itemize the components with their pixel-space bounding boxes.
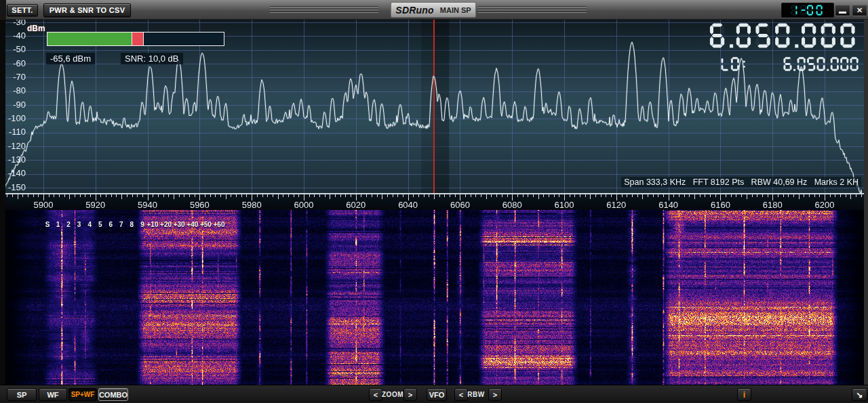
meter-scale-label: +50 bbox=[200, 221, 212, 228]
minimize-icon bbox=[839, 12, 846, 14]
rbw-increase-button[interactable]: > bbox=[488, 388, 502, 401]
meter-scale-label: 1 bbox=[56, 221, 60, 228]
meter-scale-label: 2 bbox=[66, 221, 71, 228]
meter-scale-label: 9 bbox=[140, 221, 144, 228]
sp-wf-view-button[interactable]: SP+WF bbox=[68, 388, 97, 401]
rbw-decrease-button[interactable]: < bbox=[454, 388, 468, 401]
meter-scale-label: +60 bbox=[214, 221, 225, 228]
tuned-frequency-display[interactable] bbox=[709, 23, 860, 51]
vfo-button[interactable]: VFO bbox=[427, 388, 447, 401]
meter-scale-label: 7 bbox=[119, 221, 123, 228]
dbm-axis-unit-label: dBm bbox=[27, 24, 45, 33]
s-meter-red-segment bbox=[132, 33, 144, 45]
zoom-label: ZOOM bbox=[382, 391, 403, 398]
lo-frequency-display[interactable] bbox=[783, 57, 860, 74]
spectrum-panel: dBm S123456789+10+20+30+40+50+60 -65,6 d… bbox=[0, 19, 868, 193]
minimize-button[interactable] bbox=[835, 5, 850, 16]
span-fft-rbw-info: Span 333,3 KHz FFT 8192 Pts RBW 40,69 Hz… bbox=[621, 177, 861, 188]
panel-title: MAIN SP bbox=[440, 6, 471, 14]
settings-button[interactable]: SETT. bbox=[7, 4, 38, 16]
meter-scale-label: +20 bbox=[160, 221, 172, 228]
pwr-snr-to-csv-button[interactable]: PWR & SNR TO CSV bbox=[43, 3, 131, 17]
titlebar-groove-left bbox=[270, 6, 378, 14]
frequency-scale-strip[interactable] bbox=[0, 193, 868, 210]
sp-view-button[interactable]: SP bbox=[7, 388, 37, 401]
clock-display bbox=[781, 3, 834, 18]
power-readout: -65,6 dBm bbox=[46, 53, 95, 64]
waterfall-panel bbox=[0, 210, 868, 385]
app-brand: SDRuno bbox=[395, 5, 433, 16]
sdruno-main-sp-window: SETT. PWR & SNR TO CSV SDRuno MAIN SP ✕ … bbox=[0, 0, 868, 403]
title-plate[interactable]: SDRuno MAIN SP bbox=[391, 2, 476, 18]
close-button[interactable]: ✕ bbox=[852, 5, 867, 16]
meter-scale-label: +40 bbox=[186, 221, 198, 228]
close-icon: ✕ bbox=[856, 6, 863, 15]
resize-button[interactable]: ↘ bbox=[852, 388, 867, 401]
wf-view-button[interactable]: WF bbox=[39, 388, 67, 401]
s-meter-bar bbox=[47, 32, 224, 46]
meter-scale-label: +10 bbox=[147, 221, 159, 228]
meter-scale-label: +30 bbox=[174, 221, 185, 228]
resize-arrow-icon: ↘ bbox=[856, 390, 863, 400]
zoom-out-button[interactable]: < bbox=[369, 388, 382, 401]
meter-scale-label: 3 bbox=[77, 221, 81, 228]
titlebar-groove-right bbox=[478, 6, 587, 14]
bottom-toolbar: SP WF SP+WF COMBO < ZOOM > VFO < RBW > i… bbox=[0, 385, 868, 403]
info-button[interactable]: i bbox=[737, 388, 751, 401]
window-frame-right bbox=[864, 19, 868, 385]
frequency-scale[interactable] bbox=[0, 193, 868, 210]
combo-view-button[interactable]: COMBO bbox=[98, 388, 128, 401]
lo-label bbox=[721, 57, 747, 74]
zoom-in-button[interactable]: > bbox=[403, 388, 417, 401]
meter-scale-label: S bbox=[45, 221, 50, 228]
meter-scale-label: 6 bbox=[109, 221, 113, 228]
window-corner-notch bbox=[0, 0, 6, 19]
title-bar[interactable]: SETT. PWR & SNR TO CSV SDRuno MAIN SP ✕ bbox=[0, 0, 868, 20]
meter-scale-label: 5 bbox=[98, 221, 102, 228]
waterfall-display[interactable] bbox=[0, 210, 868, 385]
s-meter-green-segment bbox=[47, 33, 132, 45]
window-frame-left bbox=[0, 19, 5, 385]
meter-scale-label: 4 bbox=[87, 221, 92, 228]
snr-readout: SNR: 10,0 dB bbox=[121, 53, 183, 64]
rbw-label: RBW bbox=[467, 391, 484, 398]
meter-scale-label: 8 bbox=[130, 221, 134, 228]
